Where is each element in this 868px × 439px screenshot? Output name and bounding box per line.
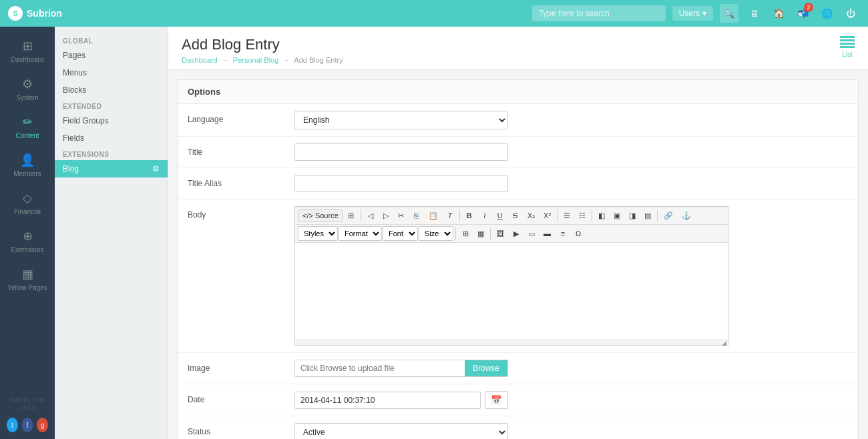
breadcrumb-personal-blog[interactable]: Personal Blog <box>233 56 279 64</box>
nav-link-blog[interactable]: Blog ⚙ <box>55 160 168 177</box>
members-icon: 👤 <box>20 153 35 167</box>
nav-link-pages[interactable]: Pages <box>55 47 168 64</box>
title-alias-label: Title Alias <box>188 175 294 188</box>
size-select[interactable]: Size <box>419 226 453 241</box>
video-insert-button[interactable]: ▶ <box>509 226 523 241</box>
toolbar-separator <box>361 209 361 222</box>
monitor-icon[interactable]: 🖥 <box>745 4 764 23</box>
content-icon: ✏ <box>23 115 33 129</box>
sidebar-item-content[interactable]: ✏ Content <box>0 108 55 146</box>
globe-icon[interactable]: 🌐 <box>817 4 836 23</box>
search-icon-button[interactable]: 🔍 <box>720 4 738 23</box>
misc1-button[interactable]: ▭ <box>524 226 539 241</box>
status-label: Status <box>188 423 294 436</box>
blocks-button[interactable]: ⊞ <box>344 208 359 223</box>
paste-text-button[interactable]: T <box>443 208 457 223</box>
nav-link-field-groups[interactable]: Field Groups <box>55 112 168 129</box>
form-panel: Options Language English French Spanish … <box>178 79 859 439</box>
align-right-button[interactable]: ◨ <box>625 208 640 223</box>
strikethrough-button[interactable]: S <box>508 208 523 223</box>
twitter-button[interactable]: t <box>7 418 18 432</box>
calendar-button[interactable]: 📅 <box>485 391 508 409</box>
nav-link-fields[interactable]: Fields <box>55 129 168 147</box>
page-header: Add Blog Entry Dashboard → Personal Blog… <box>168 27 868 70</box>
facebook-button[interactable]: f <box>22 418 33 432</box>
misc3-button[interactable]: ≡ <box>556 226 570 241</box>
system-icon: ⚙ <box>22 77 33 91</box>
browse-button[interactable]: Browse <box>465 360 507 376</box>
sidebar-item-label-content: Content <box>15 132 39 139</box>
power-icon[interactable]: ⏻ <box>841 4 860 23</box>
anchor-button[interactable]: ⚓ <box>678 208 695 223</box>
align-center-button[interactable]: ▣ <box>610 208 624 223</box>
sidebar-footer: Subrion CMSv 3.1.5 t f g <box>0 389 55 439</box>
sidebar-item-system[interactable]: ⚙ System <box>0 70 55 108</box>
version-text: Subrion CMSv 3.1.5 <box>7 396 48 412</box>
table-ops-button[interactable]: ⊞ <box>458 226 473 241</box>
date-wrapper: 📅 <box>294 391 508 409</box>
main-layout: ⊞ Dashboard ⚙ System ✏ Content 👤 Members… <box>0 27 868 439</box>
source-button[interactable]: </> Source <box>298 209 343 222</box>
cut-button[interactable]: ✂ <box>394 208 409 223</box>
font-select[interactable]: Font <box>383 226 418 241</box>
status-select[interactable]: Active Inactive Pending <box>294 423 508 439</box>
form-panel-title: Options <box>178 80 858 104</box>
italic-button[interactable]: I <box>477 208 492 223</box>
sidebar-item-extensions[interactable]: ⊕ Extensions <box>0 222 55 260</box>
misc2-button[interactable]: ▬ <box>539 226 555 241</box>
bold-button[interactable]: B <box>462 208 477 223</box>
editor-body[interactable] <box>295 243 728 340</box>
sidebar-item-yellowpages[interactable]: ▦ Yellow Pages <box>0 260 55 298</box>
nav-link-menus[interactable]: Menus <box>55 64 168 81</box>
content-area: Add Blog Entry Dashboard → Personal Blog… <box>168 27 868 439</box>
notification-badge: 2 <box>804 3 813 12</box>
undo-button[interactable]: ◁ <box>363 208 378 223</box>
styles-select[interactable]: Styles <box>298 226 338 241</box>
users-button[interactable]: Users ▾ <box>672 6 713 21</box>
image-insert-button[interactable]: 🖼 <box>493 226 508 241</box>
image-upload-row: Browse <box>294 360 508 377</box>
table-insert-button[interactable]: ▦ <box>473 226 488 241</box>
image-upload-input[interactable] <box>295 360 465 376</box>
toolbar-separator7 <box>490 228 491 240</box>
sidebar-item-members[interactable]: 👤 Members <box>0 146 55 184</box>
form-row-image: Image Browse <box>178 353 858 384</box>
title-alias-control <box>294 175 849 192</box>
special-char-button[interactable]: Ω <box>571 226 586 241</box>
breadcrumb-dashboard[interactable]: Dashboard <box>182 56 218 64</box>
list-button[interactable]: List <box>840 36 855 58</box>
redo-button[interactable]: ▷ <box>379 208 393 223</box>
language-select[interactable]: English French Spanish German <box>294 111 508 129</box>
superscript-button[interactable]: X² <box>539 208 555 223</box>
subscript-button[interactable]: X₂ <box>523 208 539 223</box>
financial-icon: ◇ <box>23 191 32 205</box>
copy-button[interactable]: ⎘ <box>409 208 424 223</box>
brand-name: Subrion <box>27 8 62 19</box>
top-navbar: S Subrion Users ▾ 🔍 🖥 🏠 📬 2 🌐 ⏻ <box>0 0 868 27</box>
sidebar-item-dashboard[interactable]: ⊞ Dashboard <box>0 32 55 70</box>
date-input[interactable] <box>294 392 481 409</box>
nav-section-extended: EXTENDED <box>55 99 168 112</box>
sidebar-item-financial[interactable]: ◇ Financial <box>0 184 55 222</box>
paste-button[interactable]: 📋 <box>425 208 442 223</box>
notifications-icon[interactable]: 📬 2 <box>793 4 812 23</box>
editor-toolbar2: Styles Format Font Size ⊞ ▦ 🖼 ▶ ▭ ▬ <box>295 225 728 243</box>
underline-button[interactable]: U <box>493 208 507 223</box>
list-ul-button[interactable]: ☰ <box>560 208 574 223</box>
editor-toolbar1: </> Source ⊞ ◁ ▷ ✂ ⎘ 📋 T <box>295 207 728 225</box>
format-select[interactable]: Format <box>339 226 382 241</box>
googleplus-button[interactable]: g <box>37 418 48 432</box>
link-button[interactable]: 🔗 <box>660 208 677 223</box>
form-row-title-alias: Title Alias <box>178 168 858 199</box>
align-justify-button[interactable]: ▤ <box>640 208 655 223</box>
align-left-button[interactable]: ◧ <box>594 208 609 223</box>
list-ol-button[interactable]: ☷ <box>575 208 590 223</box>
title-alias-input[interactable] <box>294 175 508 192</box>
language-label: Language <box>188 111 294 124</box>
nav-link-blocks[interactable]: Blocks <box>55 81 168 99</box>
title-input[interactable] <box>294 143 508 161</box>
gear-icon[interactable]: ⚙ <box>152 164 160 173</box>
home-icon[interactable]: 🏠 <box>769 4 788 23</box>
editor-resize-handle[interactable]: ◢ <box>295 340 728 345</box>
search-input[interactable] <box>532 5 666 21</box>
